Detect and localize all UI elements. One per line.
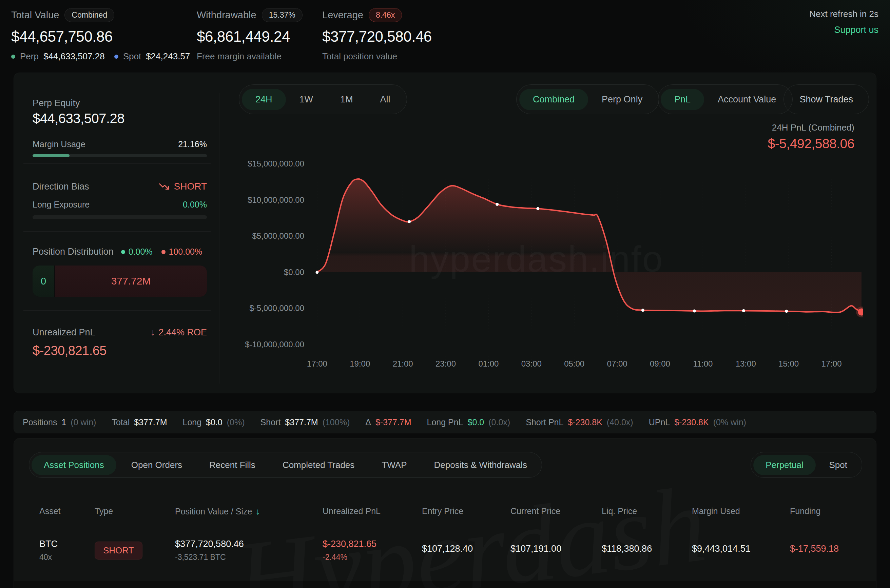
- y-tick-label: $10,000,000.00: [204, 195, 304, 205]
- long-exposure-value: 0.00%: [183, 200, 207, 210]
- mode-selector: Combined Perp Only: [516, 84, 659, 114]
- col-liq-price[interactable]: Liq. Price: [602, 506, 692, 516]
- col-position-value[interactable]: Position Value / Size ↓: [175, 506, 323, 517]
- x-axis: 17:0019:0021:0023:0001:0003:0005:0007:00…: [312, 359, 863, 373]
- direction-bias-value: SHORT: [174, 181, 207, 192]
- x-tick-label: 13:00: [729, 359, 763, 369]
- mode-combined[interactable]: Combined: [519, 89, 588, 110]
- page-watermark: Hyperdash: [229, 461, 713, 588]
- divider: [23, 310, 211, 310]
- direction-bias-row: Direction Bias SHORT: [33, 181, 207, 192]
- trending-down-icon: [158, 181, 170, 192]
- y-axis: $15,000,000.00$10,000,000.00$5,000,000.0…: [204, 158, 304, 361]
- dist-short-segment: 377.72M: [55, 266, 207, 297]
- col-unrealized-pnl[interactable]: Unrealized PnL: [323, 506, 422, 516]
- sort-desc-icon: ↓: [255, 506, 260, 517]
- show-trades-button[interactable]: Show Trades: [783, 84, 869, 114]
- y-tick-label: $-10,000,000.00: [204, 340, 304, 349]
- funding: $-17,559.18: [790, 544, 869, 554]
- col-margin-used[interactable]: Margin Used: [692, 506, 790, 516]
- col-asset[interactable]: Asset: [39, 506, 95, 516]
- cell-asset: BTC 40x: [39, 539, 95, 562]
- col-type[interactable]: Type: [95, 506, 175, 516]
- leverage-amount: $377,720,580.46: [322, 28, 432, 45]
- tab-recent-fills[interactable]: Recent Fills: [197, 455, 268, 475]
- leverage-label: Leverage: [322, 9, 363, 21]
- range-1w[interactable]: 1W: [286, 89, 327, 110]
- unrealized-pnl: $-230,821.65: [323, 539, 422, 549]
- total-value-amount: $44,657,750.86: [11, 28, 190, 45]
- x-tick-label: 21:00: [386, 359, 420, 369]
- chart-card: Perp Equity $44,633,507.28 Margin Usage …: [14, 73, 876, 393]
- summary-item: Total$377.7M: [112, 417, 167, 427]
- next-row-edge: [14, 581, 876, 588]
- summary-item: Short$377.7M(100%): [261, 417, 350, 427]
- total-value-label: Total Value: [11, 9, 59, 21]
- dist-short-pct: 100.00%: [169, 247, 203, 257]
- position-distribution-bar: 0 377.72M: [33, 266, 207, 297]
- combined-badge: Combined: [65, 8, 114, 22]
- market-spot[interactable]: Spot: [817, 455, 860, 475]
- tab-open-orders[interactable]: Open Orders: [119, 455, 194, 475]
- col-entry-price[interactable]: Entry Price: [422, 506, 510, 516]
- leverage-sub: Total position value: [322, 51, 432, 62]
- metric-account-value[interactable]: Account Value: [704, 89, 789, 110]
- unrealized-pnl-label: Unrealized PnL: [33, 327, 95, 338]
- table-header: Asset Type Position Value / Size ↓ Unrea…: [39, 506, 869, 517]
- range-1m[interactable]: 1M: [327, 89, 367, 110]
- short-badge: SHORT: [95, 542, 143, 560]
- spot-label: Spot: [123, 51, 141, 62]
- metric-pnl[interactable]: PnL: [661, 89, 704, 110]
- margin-usage-row: Margin Usage 21.16%: [33, 140, 207, 149]
- col-current-price[interactable]: Current Price: [510, 506, 602, 516]
- range-all[interactable]: All: [367, 89, 404, 110]
- dist-long-segment: 0: [33, 266, 55, 297]
- table-row[interactable]: BTC 40x SHORT $377,720,580.46 -3,523.71 …: [39, 539, 869, 562]
- x-tick-label: 07:00: [600, 359, 634, 369]
- withdrawable-stat: Withdrawable 15.37% $6,861,449.24 Free m…: [197, 8, 303, 62]
- range-selector: 24H 1W 1M All: [239, 84, 407, 114]
- positions-summary-bar: Positions1(0 win)Total$377.7MLong$0.0(0%…: [14, 411, 876, 434]
- mode-perp-only[interactable]: Perp Only: [588, 89, 656, 110]
- divider: [23, 231, 211, 232]
- col-position-value-label: Position Value / Size: [175, 507, 252, 516]
- support-us-link[interactable]: Support us: [809, 25, 878, 35]
- tab-asset-positions[interactable]: Asset Positions: [32, 455, 116, 475]
- metric-selector: PnL Account Value: [658, 84, 792, 114]
- withdrawable-label: Withdrawable: [197, 9, 257, 21]
- tab-twap[interactable]: TWAP: [369, 455, 419, 475]
- tab-completed-trades[interactable]: Completed Trades: [270, 455, 367, 475]
- asset-symbol: BTC: [39, 539, 95, 549]
- asset-leverage: 40x: [39, 553, 95, 562]
- position-size: -3,523.71 BTC: [175, 553, 323, 562]
- y-tick-label: $5,000,000.00: [204, 231, 304, 241]
- x-tick-label: 11:00: [686, 359, 720, 369]
- spot-dot-icon: [114, 55, 119, 58]
- position-value: $377,720,580.46: [175, 539, 323, 549]
- pnl-chart[interactable]: [312, 158, 863, 361]
- y-tick-label: $-5,000,000.00: [204, 303, 304, 313]
- tab-deposits-withdrawals[interactable]: Deposits & Withdrawals: [422, 455, 539, 475]
- market-perpetual[interactable]: Perpetual: [753, 455, 815, 475]
- cell-position-value: $377,720,580.46 -3,523.71 BTC: [175, 539, 323, 562]
- leverage-badge: 8.46x: [369, 8, 402, 22]
- withdrawable-amount: $6,861,449.24: [197, 28, 303, 45]
- range-24h[interactable]: 24H: [242, 89, 286, 110]
- summary-item: Long$0.0(0%): [183, 417, 245, 427]
- perp-equity-value: $44,633,507.28: [33, 111, 125, 126]
- summary-item: UPnL$-230.8K(0% win): [649, 417, 746, 427]
- long-exposure-label: Long Exposure: [33, 200, 90, 210]
- perp-value: $44,633,507.28: [44, 51, 105, 62]
- margin-usage-label: Margin Usage: [33, 140, 86, 149]
- long-legend-dot-icon: [121, 250, 125, 254]
- cell-type: SHORT: [95, 542, 175, 560]
- summary-item: Short PnL$-230.8K(40.0x): [526, 417, 633, 427]
- perp-label: Perp: [20, 51, 39, 62]
- short-legend-dot-icon: [161, 250, 165, 254]
- y-tick-label: $15,000,000.00: [204, 159, 304, 168]
- col-funding[interactable]: Funding: [790, 506, 869, 516]
- liq-price: $118,380.86: [602, 544, 692, 554]
- market-toggle: Perpetual Spot: [750, 452, 862, 478]
- perp-equity-label: Perp Equity: [33, 98, 80, 108]
- unrealized-pnl-row: Unrealized PnL ↓ 2.44% ROE: [33, 327, 207, 338]
